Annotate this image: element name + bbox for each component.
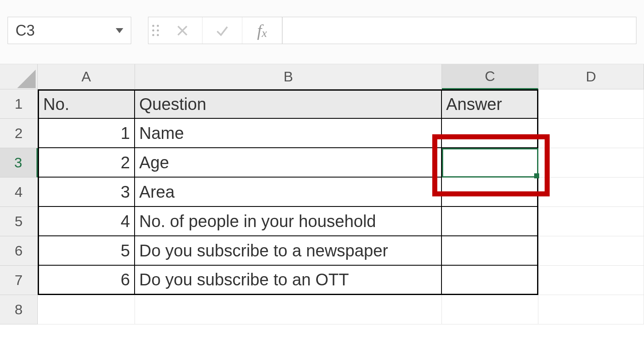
row-header-6[interactable]: 6 [0,236,38,266]
cell-B6[interactable]: Do you subscribe to a newspaper [135,236,442,266]
cell-D1[interactable] [538,89,644,119]
cell-A2[interactable]: 1 [38,119,135,148]
column-header-A[interactable]: A [38,64,135,89]
column-header-row: A B C D [0,64,644,89]
cell-A8[interactable] [38,295,135,324]
cell-B4[interactable]: Area [135,178,442,207]
row-5: 5 4 No. of people in your household [0,207,644,236]
row-header-7[interactable]: 7 [0,266,38,295]
cell-B2[interactable]: Name [135,119,442,148]
row-4: 4 3 Area [0,178,644,207]
cell-D3[interactable] [538,148,644,178]
row-3: 3 2 Age [0,148,644,178]
cell-C8[interactable] [442,295,538,324]
cell-C1[interactable]: Answer [442,89,538,119]
cell-D7[interactable] [538,266,644,295]
row-1: 1 No. Question Answer [0,89,644,119]
formula-input[interactable] [283,17,636,44]
name-box[interactable]: C3 [8,17,131,44]
row-2: 2 1 Name [0,119,644,148]
select-all-corner[interactable] [0,64,38,89]
name-box-value: C3 [16,22,116,39]
row-header-4[interactable]: 4 [0,178,38,207]
cell-A1[interactable]: No. [38,89,135,119]
cell-D6[interactable] [538,236,644,266]
chevron-down-icon[interactable] [116,28,123,33]
cell-A4[interactable]: 3 [38,178,135,207]
row-header-8[interactable]: 8 [0,295,38,324]
cell-C5[interactable] [442,207,538,236]
cell-D5[interactable] [538,207,644,236]
cell-A5[interactable]: 4 [38,207,135,236]
row-header-2[interactable]: 2 [0,119,38,148]
formula-bar: C3 fx [0,0,644,57]
cell-B8[interactable] [135,295,442,324]
drag-handle-icon[interactable] [148,25,163,36]
cell-C4[interactable] [442,178,538,207]
cell-A7[interactable]: 6 [38,266,135,295]
cell-A6[interactable]: 5 [38,236,135,266]
cell-B5[interactable]: No. of people in your household [135,207,442,236]
row-6: 6 5 Do you subscribe to a newspaper [0,236,644,266]
row-header-3[interactable]: 3 [0,148,38,178]
row-header-5[interactable]: 5 [0,207,38,236]
fx-icon[interactable]: fx [242,17,282,44]
column-header-C[interactable]: C [442,64,538,89]
cell-B7[interactable]: Do you subscribe to an OTT [135,266,442,295]
check-icon [215,23,230,38]
cell-B1[interactable]: Question [135,89,442,119]
cell-B3[interactable]: Age [135,148,442,178]
cell-D8[interactable] [538,295,644,324]
select-all-icon [17,70,36,88]
cancel-formula-button[interactable] [163,17,203,44]
row-8: 8 [0,295,644,324]
cell-C2[interactable] [442,119,538,148]
row-7: 7 6 Do you subscribe to an OTT [0,266,644,295]
cell-D4[interactable] [538,178,644,207]
cell-A3[interactable]: 2 [38,148,135,178]
cell-C6[interactable] [442,236,538,266]
row-header-1[interactable]: 1 [0,89,38,119]
cell-D2[interactable] [538,119,644,148]
spreadsheet-grid: A B C D 1 No. Question Answer 2 1 Name 3… [0,64,644,324]
column-header-D[interactable]: D [538,64,644,89]
column-header-B[interactable]: B [135,64,442,89]
cell-C3[interactable] [442,148,538,178]
close-icon [175,23,190,38]
accept-formula-button[interactable] [203,17,242,44]
formula-bar-buttons: fx [148,17,283,44]
cell-C7[interactable] [442,266,538,295]
